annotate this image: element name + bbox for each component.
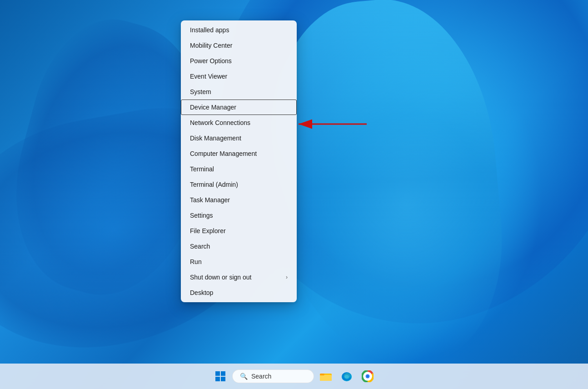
svg-rect-7 <box>320 375 332 381</box>
svg-rect-5 <box>221 377 225 381</box>
menu-item-installed-apps[interactable]: Installed apps <box>181 22 297 38</box>
svg-rect-4 <box>215 377 220 381</box>
menu-item-disk-management[interactable]: Disk Management <box>181 130 297 146</box>
menu-item-task-manager[interactable]: Task Manager <box>181 192 297 208</box>
menu-item-label-installed-apps: Installed apps <box>190 26 229 34</box>
menu-item-shut-down-or-sign-out[interactable]: Shut down or sign out› <box>181 269 297 285</box>
menu-item-device-manager[interactable]: Device Manager <box>181 100 297 115</box>
edge-taskbar-icon[interactable] <box>338 367 356 385</box>
taskbar-search-icon: 🔍 <box>240 373 248 380</box>
menu-item-label-mobility-center: Mobility Center <box>190 42 232 49</box>
context-menu: Installed appsMobility CenterPower Optio… <box>181 20 297 302</box>
menu-item-label-terminal: Terminal <box>190 165 214 173</box>
svg-point-16 <box>367 375 369 378</box>
menu-item-search[interactable]: Search <box>181 239 297 254</box>
chevron-icon-shut-down-or-sign-out: › <box>286 274 288 280</box>
arrow-annotation <box>296 117 369 133</box>
menu-item-terminal-admin[interactable]: Terminal (Admin) <box>181 177 297 192</box>
menu-item-label-system: System <box>190 88 211 95</box>
menu-item-label-task-manager: Task Manager <box>190 196 230 204</box>
svg-rect-2 <box>215 371 220 376</box>
taskbar: 🔍 Search <box>0 364 588 389</box>
menu-item-system[interactable]: System <box>181 84 297 100</box>
menu-item-label-desktop: Desktop <box>190 289 213 296</box>
menu-item-file-explorer[interactable]: File Explorer <box>181 223 297 239</box>
taskbar-items: 🔍 Search <box>211 367 377 385</box>
svg-rect-3 <box>221 371 225 376</box>
menu-item-label-disk-management: Disk Management <box>190 135 241 142</box>
menu-item-label-event-viewer: Event Viewer <box>190 73 227 80</box>
chrome-taskbar-icon[interactable] <box>359 367 377 385</box>
menu-item-label-device-manager: Device Manager <box>190 104 236 111</box>
menu-item-mobility-center[interactable]: Mobility Center <box>181 38 297 53</box>
taskbar-search-text: Search <box>251 373 271 380</box>
svg-point-11 <box>344 375 349 379</box>
menu-item-label-search: Search <box>190 243 210 250</box>
taskbar-search-bar[interactable]: 🔍 Search <box>232 369 314 383</box>
menu-item-network-connections[interactable]: Network Connections <box>181 115 297 130</box>
menu-item-label-power-options: Power Options <box>190 57 232 65</box>
menu-item-label-settings: Settings <box>190 212 213 219</box>
menu-item-label-file-explorer: File Explorer <box>190 227 226 234</box>
menu-item-terminal[interactable]: Terminal <box>181 161 297 177</box>
menu-item-label-terminal-admin: Terminal (Admin) <box>190 181 238 188</box>
menu-item-label-computer-management: Computer Management <box>190 150 257 157</box>
menu-item-power-options[interactable]: Power Options <box>181 53 297 69</box>
menu-item-settings[interactable]: Settings <box>181 208 297 223</box>
menu-item-desktop[interactable]: Desktop <box>181 285 297 300</box>
menu-item-run[interactable]: Run <box>181 254 297 269</box>
svg-rect-8 <box>320 374 324 375</box>
menu-item-label-network-connections: Network Connections <box>190 119 250 126</box>
menu-item-event-viewer[interactable]: Event Viewer <box>181 69 297 84</box>
menu-item-label-run: Run <box>190 258 202 265</box>
file-explorer-taskbar-icon[interactable] <box>317 367 335 385</box>
menu-item-computer-management[interactable]: Computer Management <box>181 146 297 161</box>
menu-item-label-shut-down-or-sign-out: Shut down or sign out <box>190 274 251 281</box>
start-button[interactable] <box>211 367 229 385</box>
